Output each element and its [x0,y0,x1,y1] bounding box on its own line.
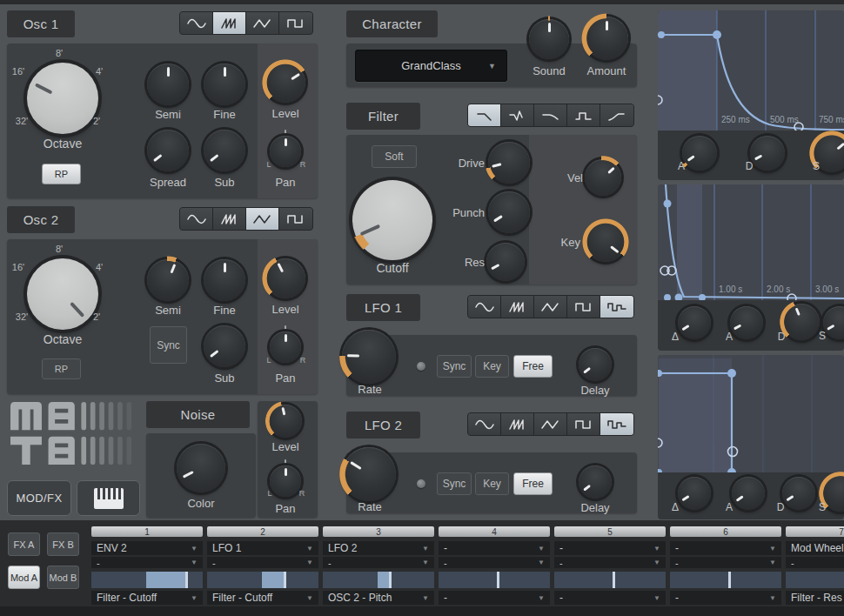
mod-via-dropdown[interactable]: -▼ [554,557,666,568]
lfo2-sync-button[interactable]: Sync [437,472,472,495]
noise-pan-knob[interactable] [270,465,301,497]
lfo2-key-button[interactable]: Key [475,472,509,495]
filter-vel-knob[interactable] [585,159,621,196]
env2-delay-knob[interactable] [678,306,711,339]
mod-amount-slider[interactable] [670,572,781,588]
lfo1-delay-knob[interactable] [579,348,612,381]
filter-type-lowpass-button[interactable] [468,104,501,126]
character-amount-knob[interactable] [585,17,628,60]
filter-punch-knob[interactable] [488,191,530,233]
osc1-wave-square-button[interactable] [279,12,312,34]
osc2-fine-knob[interactable] [204,259,245,301]
noise-level-knob[interactable] [269,405,302,438]
mod-b-button[interactable]: Mod B [47,566,79,589]
lfo2-delay-knob[interactable] [579,465,612,499]
mod-source-dropdown[interactable]: ENV 2▼ [91,541,203,555]
lfo1-wave-sine-button[interactable] [468,296,501,318]
mod-target-dropdown[interactable]: OSC 2 - Pitch▼ [323,591,434,605]
osc2-wave-triangle-button[interactable] [246,208,279,230]
mod-source-dropdown[interactable]: -▼ [670,541,781,555]
keyboard-button[interactable] [77,480,140,516]
modfx-button[interactable]: MOD/FX [7,480,71,516]
lfo1-wave-square-button[interactable] [567,296,600,318]
mod-source-dropdown[interactable]: LFO 1▼ [207,541,318,555]
osc1-wave-saw-button[interactable] [213,12,246,34]
osc2-octave-knob[interactable] [27,258,98,330]
lfo2-wave-square-button[interactable] [567,413,600,435]
lfo2-wave-sine-button[interactable] [468,413,501,435]
filter-key-knob[interactable] [586,222,626,262]
mod-target-dropdown[interactable]: Filter - Res▼ [786,591,844,605]
osc1-level-knob[interactable] [265,63,305,103]
lfo2-wave-samplehold-button[interactable] [600,413,633,435]
env2-decay-knob[interactable] [783,304,820,340]
mod-amount-slider[interactable] [91,572,203,588]
env1-graph[interactable]: 250 ms 500 ms 750 ms [658,10,844,131]
filter-cutoff-knob[interactable] [352,180,432,260]
env3-decay-knob[interactable] [782,477,815,510]
lfo1-wave-triangle-button[interactable] [534,296,567,318]
fx-a-button[interactable]: FX A [8,532,40,556]
mod-target-dropdown[interactable]: -▼ [554,591,666,605]
osc1-fine-knob[interactable] [204,64,245,105]
filter-res-knob[interactable] [486,243,525,281]
mod-amount-slider[interactable] [786,572,844,588]
mod-via-dropdown[interactable]: -▼ [91,557,203,568]
mod-a-button[interactable]: Mod A [8,566,40,589]
env1-attack-knob[interactable] [682,136,717,171]
osc1-spread-knob[interactable] [147,130,189,171]
osc2-semi-knob[interactable] [147,259,189,301]
lfo1-sync-button[interactable]: Sync [437,355,472,378]
osc2-level-knob[interactable] [265,258,305,298]
osc2-sub-knob[interactable] [204,325,245,367]
lfo2-rate-knob[interactable] [342,447,396,501]
noise-color-knob[interactable] [177,444,225,492]
filter-type-lowpass-gentle-button[interactable] [534,104,567,126]
mod-via-dropdown[interactable]: -▼ [323,557,434,568]
osc1-wave-triangle-button[interactable] [246,12,279,34]
lfo1-wave-samplehold-button[interactable] [600,296,633,318]
osc1-sub-knob[interactable] [204,130,245,171]
osc1-pan-knob[interactable] [270,136,301,167]
mod-source-dropdown[interactable]: Mod Wheel▼ [786,541,844,555]
mod-target-dropdown[interactable]: Filter - Cutoff▼ [207,591,318,605]
env3-attack-knob[interactable] [732,477,765,510]
mod-amount-slider[interactable] [439,572,550,588]
env1-decay-knob[interactable] [750,136,785,171]
env3-delay-knob[interactable] [678,477,711,510]
lfo1-wave-saw-button[interactable] [501,296,534,318]
lfo2-wave-saw-button[interactable] [501,413,534,435]
mod-source-dropdown[interactable]: -▼ [554,541,666,555]
lfo2-wave-triangle-button[interactable] [534,413,567,435]
osc1-rp-button[interactable]: RP [42,164,81,184]
mod-source-dropdown[interactable]: LFO 2▼ [323,541,434,555]
osc2-wave-saw-button[interactable] [213,208,246,230]
fx-b-button[interactable]: FX B [47,532,79,556]
filter-type-highpass-button[interactable] [600,104,633,126]
mod-via-dropdown[interactable]: -▼ [207,557,318,568]
lfo1-rate-knob[interactable] [342,330,396,384]
filter-soft-button[interactable]: Soft [372,145,417,168]
filter-drive-knob[interactable] [488,142,530,184]
osc1-octave-knob[interactable] [27,63,98,134]
mod-target-dropdown[interactable]: -▼ [439,591,550,605]
mod-via-dropdown[interactable]: -▼ [670,557,781,568]
mod-amount-slider[interactable] [554,572,666,588]
env2-attack-knob[interactable] [730,306,763,339]
mod-amount-slider[interactable] [207,572,318,588]
lfo1-free-button[interactable]: Free [513,355,553,378]
filter-type-lowpass-peak-button[interactable] [501,104,534,126]
mod-via-dropdown[interactable]: -▼ [439,557,550,568]
mod-source-dropdown[interactable]: -▼ [439,541,550,555]
mod-amount-slider[interactable] [323,572,434,588]
osc1-wave-sine-button[interactable] [180,12,213,34]
osc2-pan-knob[interactable] [270,331,301,363]
mod-target-dropdown[interactable]: -▼ [670,591,781,605]
osc2-wave-sine-button[interactable] [180,208,213,230]
mod-target-dropdown[interactable]: Filter - Cutoff▼ [91,591,203,605]
env2-graph[interactable]: 1.00 s 2.00 s 3.00 s [658,184,844,300]
character-sound-knob[interactable] [529,19,569,59]
osc2-wave-square-button[interactable] [279,208,312,230]
character-preset-dropdown[interactable]: GrandClass▼ [355,50,507,82]
lfo2-free-button[interactable]: Free [513,472,553,495]
